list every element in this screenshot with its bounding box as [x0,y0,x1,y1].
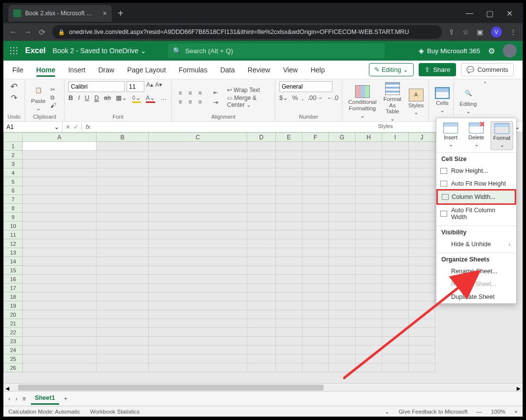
cell[interactable] [329,310,356,319]
sheet-tab[interactable]: Sheet1 [31,392,59,405]
cell[interactable] [302,275,329,284]
cell[interactable] [409,248,435,257]
increase-decimal-icon[interactable]: .00→ [307,94,323,101]
cell[interactable] [302,195,329,204]
font-name-input[interactable] [68,81,125,92]
cell[interactable] [23,213,97,222]
cell[interactable] [247,337,276,346]
workbook-stats-button[interactable]: Workbook Statistics [90,409,140,415]
maximize-icon[interactable]: ▢ [486,9,493,18]
chrome-menu-icon[interactable]: ⋮ [510,28,517,36]
italic-button[interactable]: I [78,94,80,103]
tab-formulas[interactable]: Formulas [179,63,207,77]
more-font-icon[interactable]: … [160,94,166,103]
cell[interactable] [302,204,329,213]
cell[interactable] [149,230,247,239]
row-header[interactable]: 9 [4,213,23,222]
font-size-input[interactable] [127,81,144,92]
cell[interactable] [276,328,302,337]
tab-draw[interactable]: Draw [98,63,114,77]
cell[interactable] [356,266,382,275]
cell[interactable] [247,160,276,168]
format-as-table-button[interactable]: Format As Table⌄ [382,81,403,123]
fx-icon[interactable]: fx [82,124,94,130]
cell[interactable] [382,292,409,301]
cell[interactable] [329,284,356,292]
decrease-indent-icon[interactable]: ⇤ [211,88,220,97]
cell[interactable] [382,346,409,355]
duplicate-sheet-item[interactable]: Duplicate Sheet [436,291,516,303]
cell[interactable] [409,204,435,213]
cell[interactable] [276,230,302,239]
tab-review[interactable]: Review [248,63,270,77]
cell[interactable] [382,257,409,266]
cell[interactable] [382,275,409,284]
feedback-link[interactable]: Give Feedback to Microsoft [398,409,467,415]
row-header[interactable]: 14 [4,257,23,266]
enter-formula-icon[interactable]: ✓ [73,124,78,130]
cell[interactable] [97,337,149,346]
cell[interactable] [97,151,149,160]
cell[interactable] [149,204,247,213]
cell[interactable] [149,275,247,284]
cell[interactable] [149,195,247,204]
row-header[interactable]: 16 [4,275,23,284]
cell[interactable] [356,222,382,230]
chrome-profile-avatar[interactable]: V [491,27,502,37]
cell[interactable] [356,151,382,160]
cell[interactable] [247,355,276,363]
cell[interactable] [276,363,302,372]
cell[interactable] [356,177,382,186]
align-left-icon[interactable]: ≡ [176,97,185,106]
cell[interactable] [247,266,276,275]
cell[interactable] [149,257,247,266]
editing-mode-button[interactable]: ✎Editing ⌄ [369,63,414,76]
cell[interactable] [276,284,302,292]
forward-icon[interactable]: → [24,28,32,36]
cell[interactable] [97,195,149,204]
cell[interactable] [149,310,247,319]
cell[interactable] [382,301,409,310]
cell[interactable] [23,310,97,319]
cell[interactable] [409,319,435,328]
cells-button[interactable]: Cells⌄ [433,86,452,114]
cell[interactable] [97,355,149,363]
cell[interactable] [356,319,382,328]
decrease-decimal-icon[interactable]: ←.0 [327,94,339,101]
cell[interactable] [409,239,435,248]
menu-insert-button[interactable]: Insert⌄ [439,121,462,150]
cell[interactable] [356,168,382,177]
cell[interactable] [409,177,435,186]
row-header[interactable]: 1 [4,142,23,151]
cell[interactable] [97,213,149,222]
close-window-icon[interactable]: ✕ [506,9,513,18]
cell[interactable] [23,160,97,168]
cell[interactable] [382,160,409,168]
cell[interactable] [302,239,329,248]
cell[interactable] [329,346,356,355]
cell[interactable] [409,142,435,151]
cell[interactable] [382,310,409,319]
cell[interactable] [302,160,329,168]
cell[interactable] [23,204,97,213]
row-header[interactable]: 13 [4,248,23,257]
row-header[interactable]: 10 [4,222,23,230]
cell[interactable] [302,292,329,301]
cell[interactable] [276,222,302,230]
col-header[interactable]: F [302,133,329,142]
cell[interactable] [356,239,382,248]
cell[interactable] [276,355,302,363]
cell[interactable] [302,310,329,319]
cell[interactable] [247,177,276,186]
cell[interactable] [409,213,435,222]
cell[interactable] [97,230,149,239]
cell[interactable] [329,257,356,266]
search-box[interactable]: 🔍 Search (Alt + Q) [168,43,385,58]
cell[interactable] [247,142,276,151]
cell[interactable] [247,222,276,230]
cell[interactable] [382,177,409,186]
cell[interactable] [356,195,382,204]
cell[interactable] [149,151,247,160]
conditional-formatting-button[interactable]: Conditional Formatting⌄ [346,84,379,120]
tab-data[interactable]: Data [220,63,235,77]
